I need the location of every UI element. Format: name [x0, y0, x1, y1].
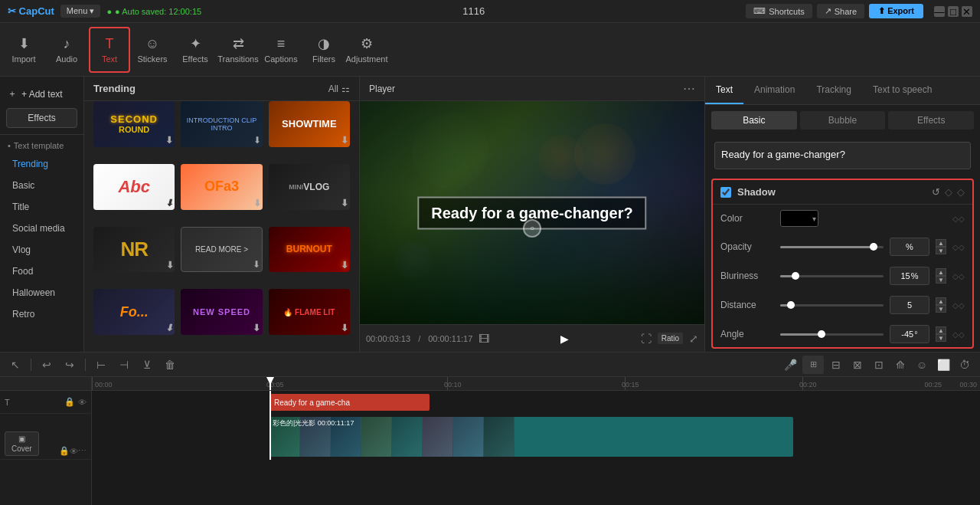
category-vlog[interactable]: Vlog — [5, 240, 79, 260]
bluriness-keyframe-icon[interactable]: ◇◇ — [952, 272, 965, 280]
distance-keyframe-icon[interactable]: ◇◇ — [952, 301, 965, 310]
split-button[interactable]: ⊢ — [92, 356, 110, 374]
color-swatch[interactable]: ▾ — [780, 210, 818, 227]
tl-tool-6[interactable]: ☺ — [913, 356, 931, 374]
opacity-up[interactable]: ▲ — [936, 239, 946, 247]
close-button[interactable]: ✕ — [962, 6, 972, 17]
trim-right[interactable]: ⊻ — [138, 356, 156, 374]
bluriness-slider-thumb[interactable] — [792, 272, 799, 280]
distance-slider-thumb[interactable] — [787, 301, 795, 309]
effects-button[interactable]: Effects — [6, 108, 77, 128]
angle-stepper[interactable]: ▲ ▼ — [936, 326, 946, 342]
template-ofa3[interactable]: OFa3 ⬇ — [181, 164, 262, 210]
shortcuts-button[interactable]: ⌨ Shortcuts — [746, 4, 812, 18]
tl-tool-5[interactable]: ⟰ — [891, 356, 910, 374]
opacity-value[interactable]: % — [890, 238, 929, 256]
bluriness-stepper[interactable]: ▲ ▼ — [936, 268, 946, 284]
category-social-media[interactable]: Social media — [5, 218, 79, 238]
subtab-effects[interactable]: Effects — [888, 111, 974, 130]
opacity-slider-thumb[interactable] — [870, 243, 877, 251]
player-more-button[interactable]: ⋯ — [683, 81, 695, 96]
tab-text[interactable]: Text — [705, 77, 743, 104]
tool-captions[interactable]: ≡ Captions — [260, 27, 302, 73]
fullscreen-icon[interactable]: ⛶ — [641, 333, 652, 345]
color-keyframe-icon[interactable]: ◇◇ — [952, 215, 965, 223]
text-clip[interactable]: Ready for a game-cha — [270, 394, 430, 411]
cover-button[interactable]: ▣ Cover — [5, 431, 39, 456]
template-flame[interactable]: 🔥 FLAME LIT ⬇ — [269, 289, 350, 335]
all-filter-button[interactable]: All ⚏ — [328, 84, 350, 94]
template-nr[interactable]: NR ⬇ — [93, 227, 175, 273]
template-abc[interactable]: Abc ⬇ — [93, 164, 175, 210]
mic-button[interactable]: 🎤 — [781, 356, 799, 374]
tool-adjustment[interactable]: ⚙ Adjustment — [346, 27, 387, 73]
trim-left[interactable]: ⊣ — [115, 356, 133, 374]
category-halloween[interactable]: Halloween — [5, 283, 79, 303]
category-food[interactable]: Food — [5, 261, 79, 281]
template-fo[interactable]: Fo... ⬇ — [93, 289, 175, 335]
shadow-diamond-icon[interactable]: ◇ — [945, 186, 952, 198]
template-mini-vlog[interactable]: MINI VLOG ⬇ — [269, 164, 350, 210]
angle-slider-thumb[interactable] — [818, 330, 825, 338]
cursor-tool[interactable]: ↖ — [6, 356, 24, 374]
minimize-button[interactable]: — — [934, 6, 945, 17]
video-center-control[interactable]: ○ — [523, 219, 541, 238]
shadow-keyframe-icon[interactable]: ◇ — [957, 186, 965, 198]
angle-up[interactable]: ▲ — [936, 326, 946, 334]
opacity-slider-track[interactable] — [780, 246, 884, 248]
video-track-more[interactable]: ⋯ — [78, 446, 87, 456]
bluriness-slider-track[interactable] — [780, 275, 884, 277]
text-track-lock[interactable]: 🔒 — [64, 397, 75, 407]
template-intro[interactable]: INTRODUCTION CLIP INTRO ⬇ — [181, 101, 262, 147]
distance-stepper[interactable]: ▲ ▼ — [936, 297, 946, 313]
distance-value[interactable]: 5 — [890, 296, 929, 314]
template-new-speed[interactable]: NEW SPEED ⬇ — [181, 289, 262, 335]
tool-effects[interactable]: ✦ Effects — [175, 27, 216, 73]
share-button[interactable]: ↗ Share — [817, 4, 864, 18]
tl-tool-7[interactable]: ⬜ — [934, 356, 952, 374]
distance-slider-track[interactable] — [780, 304, 884, 307]
subtab-basic[interactable]: Basic — [711, 111, 797, 130]
tl-tool-3[interactable]: ⊠ — [848, 356, 867, 374]
opacity-stepper[interactable]: ▲ ▼ — [936, 239, 946, 254]
angle-slider-track[interactable] — [780, 333, 884, 336]
opacity-keyframe-icon[interactable]: ◇◇ — [952, 243, 965, 251]
video-clip[interactable]: 彩色的|光光影 00:00:11:17 — [270, 417, 793, 457]
template-read-more[interactable]: READ MORE > ⬇ — [181, 227, 262, 273]
tl-tool-2[interactable]: ⊟ — [827, 356, 845, 374]
tool-transitions[interactable]: ⇄ Transitions — [217, 27, 259, 73]
shadow-enable-checkbox[interactable] — [720, 187, 731, 198]
category-trending[interactable]: Trending — [5, 154, 79, 174]
category-title[interactable]: Title — [5, 197, 79, 217]
redo-button[interactable]: ↪ — [60, 356, 79, 374]
subtab-bubble[interactable]: Bubble — [800, 111, 886, 130]
menu-button[interactable]: Menu ▾ — [60, 5, 101, 18]
tl-tool-1[interactable]: ⊞ — [802, 356, 824, 374]
tool-import[interactable]: ⬇ Import — [3, 27, 44, 73]
timeline-clock[interactable]: ⏱ — [956, 356, 974, 374]
template-burnout[interactable]: BURNOUT ⬇ — [269, 227, 350, 273]
tool-stickers[interactable]: ☺ Stickers — [132, 27, 173, 73]
category-basic[interactable]: Basic — [5, 175, 79, 195]
text-preview-box[interactable]: Ready for a game-changer? — [714, 142, 971, 169]
playhead[interactable] — [270, 377, 271, 390]
maximize-button[interactable]: □ — [948, 6, 959, 17]
shadow-reset-icon[interactable]: ↺ — [932, 186, 940, 198]
video-track-lock[interactable]: 🔒 — [59, 446, 70, 456]
category-retro[interactable]: Retro — [5, 304, 79, 324]
opacity-down[interactable]: ▼ — [936, 247, 946, 254]
bluriness-value[interactable]: 15% — [890, 267, 929, 285]
angle-keyframe-icon[interactable]: ◇◇ — [952, 330, 965, 339]
tool-text[interactable]: T Text — [89, 27, 130, 73]
angle-value[interactable]: -45° — [890, 325, 929, 343]
play-button[interactable]: ▶ — [560, 333, 569, 345]
tool-filters[interactable]: ◑ Filters — [303, 27, 345, 73]
tab-animation[interactable]: Animation — [743, 77, 805, 104]
video-track-eye[interactable]: 👁 — [70, 447, 78, 456]
template-showtime[interactable]: SHOWTIME ⬇ — [269, 101, 350, 147]
expand-icon[interactable]: ⤢ — [689, 333, 698, 345]
angle-down[interactable]: ▼ — [936, 334, 946, 342]
distance-up[interactable]: ▲ — [936, 297, 946, 305]
undo-button[interactable]: ↩ — [38, 356, 56, 374]
distance-down[interactable]: ▼ — [936, 305, 946, 313]
